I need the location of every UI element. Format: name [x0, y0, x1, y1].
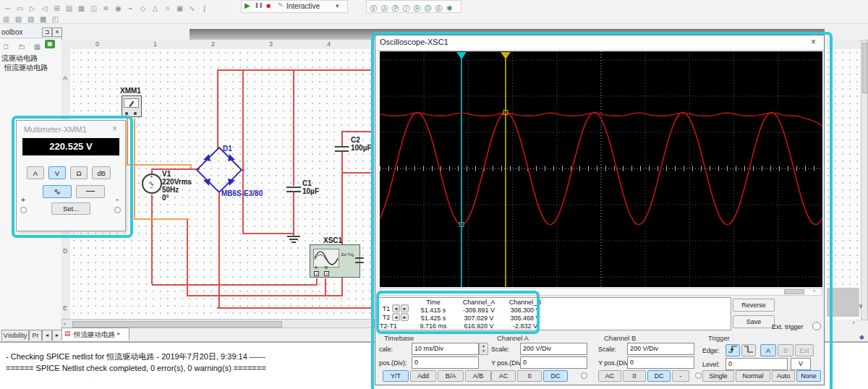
- wire-segment[interactable]: [218, 193, 220, 307]
- wire-segment[interactable]: [341, 132, 343, 146]
- ground-symbol[interactable]: [287, 236, 300, 237]
- wire-segment[interactable]: [134, 218, 187, 220]
- c1-ref-label: C1: [302, 179, 312, 187]
- sheet-tab[interactable]: ▤ 恒流驱动电路 *: [61, 328, 129, 341]
- probe-settings-icon[interactable]: ✱: [444, 4, 455, 13]
- pin-button[interactable]: ⊐: [42, 27, 52, 37]
- wire-segment[interactable]: [187, 218, 188, 296]
- vscroll-thumb[interactable]: [862, 43, 867, 93]
- canvas-top-ruler: 0 1 2 3 4: [61, 40, 375, 50]
- xsc1-ext-trig-pin[interactable]: [355, 257, 364, 259]
- wire-segment[interactable]: [151, 194, 153, 284]
- zoom-in-icon[interactable]: ▩: [37, 14, 49, 24]
- capacitor-c1-plate[interactable]: [286, 191, 301, 192]
- highlight-box-oscilloscope: [371, 32, 833, 389]
- wire-segment[interactable]: [325, 278, 326, 295]
- v1-freq-label: 50Hz: [162, 186, 179, 194]
- voltage-current-probe-icon[interactable]: Ⓘ: [401, 4, 412, 13]
- edit-icon: ✎: [278, 1, 284, 9]
- wire-segment[interactable]: [293, 69, 294, 186]
- wire-segment[interactable]: [127, 164, 192, 166]
- spice-message-1: - Checking SPICE netlist for 恒流驱动电路 - 20…: [6, 351, 265, 362]
- place-ttl-icon[interactable]: ▤: [63, 4, 75, 13]
- wire-segment[interactable]: [134, 118, 135, 219]
- scroll-right-icon[interactable]: ›: [849, 319, 858, 327]
- save-icon[interactable]: ▦: [31, 42, 43, 51]
- wire-segment[interactable]: [217, 69, 218, 149]
- wire-segment[interactable]: [341, 174, 343, 296]
- hscroll-thumb[interactable]: [72, 321, 282, 328]
- wire-segment[interactable]: [316, 278, 318, 284]
- d1-bridge-rectifier[interactable]: [195, 145, 244, 194]
- probe-plot-icon[interactable]: Ⓖ: [433, 4, 444, 13]
- zoom-area-icon[interactable]: ▧: [12, 14, 25, 24]
- voltage-probe-icon[interactable]: Ⓥ: [368, 4, 379, 13]
- ruler-number: 1: [153, 40, 157, 48]
- place-indicator-icon[interactable]: ◉: [112, 4, 124, 13]
- grapher-icon[interactable]: ∿: [186, 4, 198, 13]
- wire-segment[interactable]: [341, 152, 343, 174]
- capacitor-c1-plate[interactable]: [286, 187, 301, 188]
- tab-scroll-right[interactable]: ►: [52, 330, 62, 341]
- xsc1-instrument[interactable]: Ext Trig A B: [310, 244, 360, 278]
- pause-button[interactable]: ❚❚: [255, 2, 263, 8]
- new-document-icon[interactable]: 🗋: [0, 42, 12, 51]
- xsc1-terminal-a[interactable]: [314, 271, 319, 276]
- panel-tab-visibility[interactable]: Visibility: [1, 330, 29, 341]
- hierarchy-icon[interactable]: ▣: [45, 40, 55, 48]
- v1-ref-label: V1: [162, 170, 171, 178]
- wire-segment[interactable]: [152, 284, 318, 286]
- scroll-down-icon[interactable]: ∨: [856, 302, 865, 310]
- main-toolbar: ⎓▭▷◁⊞▤▦◫≋◉⌁◇△⌗▣∿∫ ▥▧▨▩◰ ▶ ❚❚ ■ ✎ Interac…: [0, 0, 868, 24]
- wire-segment[interactable]: [293, 192, 294, 236]
- wire-segment[interactable]: [242, 233, 294, 234]
- place-mixed-icon[interactable]: ≋: [100, 4, 112, 13]
- open-folder-icon[interactable]: 🗀: [15, 42, 27, 51]
- wire-segment[interactable]: [152, 168, 200, 170]
- place-rf-icon[interactable]: △: [149, 4, 161, 13]
- tab-scroll-left[interactable]: ◄: [42, 330, 52, 341]
- chevron-down-icon[interactable]: ▾: [336, 2, 339, 9]
- wire-segment[interactable]: [190, 164, 192, 168]
- capacitor-c2-plate[interactable]: [335, 146, 349, 148]
- close-icon[interactable]: ×: [52, 27, 62, 37]
- c2-value-label: 100µF: [351, 144, 372, 152]
- v1-source[interactable]: + ∿ −: [142, 174, 162, 194]
- zoom-sheet-icon[interactable]: ▨: [25, 14, 37, 24]
- xmm1-terminal[interactable]: [125, 112, 128, 115]
- xmm1-label: XMM1: [120, 87, 141, 95]
- in-use-list-icon[interactable]: ▣: [174, 4, 186, 13]
- panel-tab-pr[interactable]: Pr: [29, 330, 42, 341]
- power-probe-icon[interactable]: Ⓟ: [390, 4, 401, 13]
- current-probe-icon[interactable]: Ⓐ: [379, 4, 390, 13]
- wire-segment[interactable]: [187, 295, 343, 296]
- place-cmos-icon[interactable]: ▦: [75, 4, 88, 13]
- run-button[interactable]: ▶: [244, 1, 250, 9]
- wire-segment[interactable]: [218, 69, 374, 71]
- sheet-view-icon[interactable]: ▥: [0, 14, 12, 24]
- voltage-reference-probe-icon[interactable]: Ⓡ: [412, 4, 422, 13]
- ground-symbol: [292, 241, 296, 243]
- digital-probe-icon[interactable]: Ⓓ: [422, 4, 433, 13]
- xsc1-ext-trig-pin[interactable]: [355, 262, 364, 263]
- zoom-out-icon[interactable]: ◰: [49, 14, 61, 24]
- wire-segment[interactable]: [217, 307, 374, 309]
- tree-item-project[interactable]: 流驱动电路: [0, 54, 61, 63]
- tree-item-sheet[interactable]: 恒流驱动电路: [0, 63, 61, 72]
- wire-segment[interactable]: [341, 131, 374, 132]
- place-misc-digital-icon[interactable]: ◫: [88, 4, 100, 13]
- highlight-box-multimeter: [12, 116, 133, 238]
- place-misc-icon[interactable]: ◇: [137, 4, 149, 13]
- place-power-icon[interactable]: ⌁: [124, 4, 137, 13]
- xmm1-instrument[interactable]: [122, 95, 142, 117]
- xmm1-terminal[interactable]: [134, 112, 137, 115]
- interactive-dropdown[interactable]: Interactive: [286, 2, 320, 10]
- xsc1-terminal-b[interactable]: [324, 271, 329, 276]
- canvas-vscrollbar[interactable]: [861, 40, 868, 320]
- postprocessor-icon[interactable]: ∫: [198, 4, 210, 13]
- wire-segment[interactable]: [341, 172, 374, 174]
- stop-button[interactable]: ■: [266, 1, 271, 9]
- sheet-icon: ▤: [64, 330, 71, 337]
- place-electromech-icon[interactable]: ⌗: [161, 4, 174, 13]
- capacitor-c2-plate[interactable]: [335, 150, 349, 152]
